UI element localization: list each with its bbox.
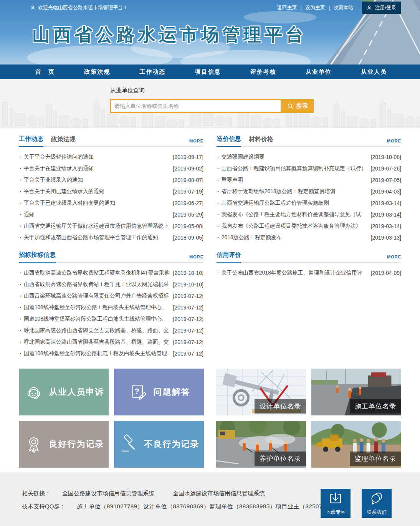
medal-icon (23, 434, 44, 455)
news-item[interactable]: 关于公布山西省2018年度公路施工、监理和设计企业信用评[2019-04-09] (217, 267, 401, 279)
photo-design-directory[interactable]: 设计单位名录 (216, 369, 306, 415)
news-item[interactable]: 山西省交通运输厅公路工程造价管理实施细则[2019-03-14] (217, 197, 401, 209)
register-login-button[interactable]: 注册/登录 (362, 2, 401, 14)
nav-item-work[interactable]: 工作动态 (139, 68, 165, 76)
news-item[interactable]: 山西吕梁环城高速公路管理有限责任公司户外广告经营权招标[2019-07-12] (19, 290, 203, 302)
chat-icon (369, 491, 384, 506)
favorite-link[interactable]: 收藏本站 (330, 4, 357, 11)
tab-cost-info[interactable]: 造价信息 (217, 135, 241, 147)
news-item[interactable]: 山西省取消高速公路省界收费站工程千兆工业以太网光端机采[2019-10-10] (19, 279, 203, 290)
download-zone-button[interactable]: 下载专区 (321, 489, 351, 518)
photo-caption: 施工单位名录 (350, 399, 401, 414)
news-item[interactable]: 山西省取消高速公路省界收费站工程硬盘录像机和4T硬盘采购[2019-10-10] (19, 267, 203, 279)
tab-work-dynamics[interactable]: 工作动态 (19, 135, 43, 147)
quick-links: 从业人员申诉 ? 问题解答 良好行为记录 (19, 369, 204, 468)
qq-group-numbers: 施工单位（891027789）设计单位（887690369）监理单位（88368… (77, 503, 342, 510)
news-item[interactable]: 我省发布《公路工程主要地方性材料价差调整指导意见（试[2019-03-14] (217, 209, 401, 220)
nav-item-evaluation[interactable]: 评价考核 (250, 68, 276, 76)
section-bidding: 招标投标信息 MORE 山西省取消高速公路省界收费站工程硬盘录像机和4T硬盘采购… (19, 251, 203, 359)
question-icon: ? (128, 382, 149, 402)
nav-item-units[interactable]: 从业单位 (306, 68, 332, 76)
news-item[interactable]: 关于平台升级暂停访问的通知[2019-09-17] (19, 151, 203, 163)
news-item[interactable]: 平台关于关闭已建业绩录入的通知[2019-07-19] (19, 186, 203, 197)
photo-caption: 监理单位名录 (350, 452, 401, 466)
news-item[interactable]: 省厅将于近期组织2018版公路工程定额宣贯培训[2019-04-03] (217, 186, 401, 197)
news-item[interactable]: 重要声明[2019-07-05] (217, 174, 401, 186)
news-item[interactable]: 山西省公路工程建设项目估算概算预算编制补充规定（试行）[2019-07-26] (217, 163, 401, 174)
more-link-work[interactable]: MORE (189, 139, 203, 146)
gavel-icon (119, 434, 139, 455)
news-item[interactable]: 关于加强和规范山西省公路市场管理平台管理工作的通知[2018-09-05] (19, 232, 203, 243)
more-link-cost[interactable]: MORE (387, 139, 401, 146)
photo-caption: 养护单位名录 (255, 452, 306, 466)
headset-icon (23, 382, 44, 402)
more-link-credit[interactable]: MORE (387, 255, 401, 262)
tile-bad-behavior[interactable]: 不良行为记录 (114, 421, 204, 468)
main-nav: 首 页 政策法规 工作动态 项目信息 评价考核 从业单位 从业人员 (0, 65, 420, 79)
photo-maintenance-directory[interactable]: 养护单位名录 (216, 421, 306, 468)
section-cost-info: 造价信息 材料价格 MORE 交通强国建设纲要[2019-10-08] 山西省公… (217, 135, 401, 243)
search-button[interactable]: 搜索 (281, 99, 314, 113)
more-link-bidding[interactable]: MORE (189, 255, 203, 262)
tile-question-answer[interactable]: ? 问题解答 (114, 369, 204, 415)
download-icon (328, 491, 343, 506)
photo-construction-directory[interactable]: 施工单位名录 (311, 369, 401, 415)
news-item[interactable]: 国道108线神堂堡至砂河段公路工程白坡头主线站管理中心、[2019-07-12] (19, 302, 203, 313)
news-item[interactable]: 国道108线神堂堡至砂河段公路工程白坡头主线站管理中心、[2019-07-12] (19, 313, 203, 325)
section-credit-evaluation: 信用评价 MORE 关于公布山西省2018年度公路施工、监理和设计企业信用评[2… (217, 251, 401, 359)
nav-item-policy[interactable]: 政策法规 (84, 68, 110, 76)
related-links-label: 相关链接： (22, 490, 51, 497)
footer-link-highway-credit[interactable]: 全国公路建设市场信用信息管理系统 (62, 490, 154, 497)
tab-credit-evaluation[interactable]: 信用评价 (217, 251, 241, 263)
nav-item-home[interactable]: 首 页 (35, 68, 55, 76)
section-work-dynamics: 工作动态 政策法规 MORE 关于平台升级暂停访问的通知[2019-09-17]… (19, 135, 203, 243)
news-item[interactable]: 我省发布《公路工程建设项目委托技术咨询服务管理办法》[2019-03-14] (217, 220, 401, 232)
news-item[interactable]: 交通强国建设纲要[2019-10-08] (217, 151, 401, 163)
search-section: 从业单位查询 搜索 (0, 79, 420, 128)
news-item[interactable]: 2018版公路工程定额发布[2019-03-13] (217, 232, 401, 243)
search-input[interactable] (110, 99, 281, 113)
tab-bidding-info[interactable]: 招标投标信息 (19, 251, 56, 263)
user-icon (30, 5, 35, 10)
photo-supervision-directory[interactable]: 监理单位名录 (311, 421, 401, 468)
news-item[interactable]: 呼北国家高速公路山西省隰县至吉县段路基、桥隧、路面、交[2019-07-12] (19, 325, 203, 336)
tile-good-behavior[interactable]: 良好行为记录 (19, 421, 109, 468)
svg-text:?: ? (134, 387, 140, 395)
nav-item-personnel[interactable]: 从业人员 (361, 68, 387, 76)
tile-personnel-appeal[interactable]: 从业人员申诉 (19, 369, 109, 415)
nav-item-project[interactable]: 项目信息 (195, 68, 221, 76)
news-item[interactable]: 平台关于业绩录入的通知[2019-08-07] (19, 174, 203, 186)
site-title: 山西省公路水运市场管理平台 (32, 23, 307, 47)
search-icon (287, 103, 294, 109)
qq-group-label: 技术支持QQ群： (22, 503, 65, 510)
news-item[interactable]: 通知[2019-05-29] (19, 209, 203, 220)
set-home-link[interactable]: 设为主页 (302, 4, 329, 11)
tab-policy-regulations[interactable]: 政策法规 (51, 136, 76, 146)
news-item[interactable]: 国道108线神堂堡至砂河段公路机电工程及白坡头主线站管理[2019-07-12] (19, 348, 203, 359)
top-bar: 欢迎光临山西省公路水运市场管理平台！ 返回主页 | 设为主页 | 收藏本站 注册… (0, 0, 420, 15)
header-banner: 欢迎光临山西省公路水运市场管理平台！ 返回主页 | 设为主页 | 收藏本站 注册… (0, 0, 420, 65)
news-item[interactable]: 平台关于在建业绩录入的通知[2019-09-02] (19, 163, 203, 174)
directory-links: 设计单位名录 (216, 369, 401, 468)
home-link[interactable]: 返回主页 (274, 4, 301, 11)
news-item[interactable]: 平台关于已建业绩录入时间变更的通知[2019-06-27] (19, 197, 203, 209)
search-label: 从业单位查询 (110, 87, 314, 94)
footer-link-waterway-credit[interactable]: 全国水运建设市场信用信息管理系统 (173, 490, 265, 497)
contact-us-button[interactable]: 联系我们 (362, 489, 392, 518)
welcome-text: 欢迎光临山西省公路水运市场管理平台！ (38, 4, 128, 11)
user-icon (367, 5, 372, 10)
tab-material-price[interactable]: 材料价格 (249, 136, 273, 146)
news-item[interactable]: 山西省交通运输厅关于做好水运建设市场信用信息管理系统上[2019-05-08] (19, 220, 203, 232)
news-item[interactable]: 呼北国家高速公路山西省隰县至吉县段路基、桥隧、路面、交[2019-07-12] (19, 336, 203, 348)
main-content: 工作动态 政策法规 MORE 关于平台升级暂停访问的通知[2019-09-17]… (19, 128, 401, 468)
photo-caption: 设计单位名录 (255, 399, 306, 414)
footer: 相关链接： 全国公路建设市场信用信息管理系统 全国水运建设市场信用信息管理系统 … (0, 472, 420, 526)
